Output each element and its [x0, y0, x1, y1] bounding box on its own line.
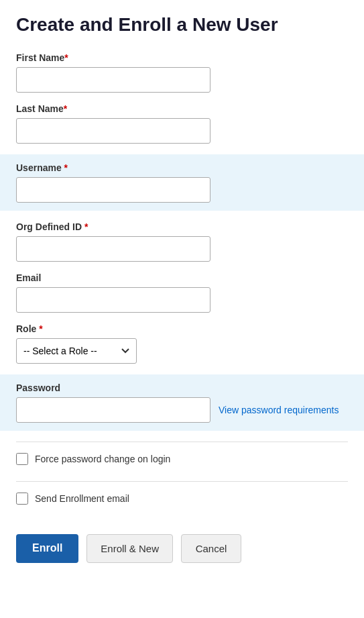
- first-name-label: First Name*: [16, 52, 348, 63]
- password-row: View password requirements: [16, 397, 348, 423]
- first-name-group: First Name*: [16, 52, 348, 93]
- username-section: Username *: [0, 154, 364, 211]
- password-group: Password View password requirements: [16, 382, 348, 423]
- username-input[interactable]: [16, 177, 210, 203]
- send-enrollment-group: Send Enrollment email: [16, 487, 348, 510]
- role-label: Role *: [16, 323, 348, 334]
- email-group: Email: [16, 272, 348, 313]
- username-label: Username *: [16, 162, 348, 173]
- force-password-label[interactable]: Force password change on login: [35, 454, 170, 464]
- page-title: Create and Enroll a New User: [16, 13, 348, 36]
- password-label: Password: [16, 382, 348, 393]
- password-section: Password View password requirements: [0, 374, 364, 431]
- enroll-new-button[interactable]: Enroll & New: [86, 534, 173, 563]
- cancel-button[interactable]: Cancel: [181, 534, 241, 563]
- last-name-group: Last Name*: [16, 103, 348, 144]
- send-enrollment-checkbox[interactable]: [16, 493, 28, 505]
- enroll-button[interactable]: Enroll: [16, 534, 78, 563]
- org-defined-id-label: Org Defined ID *: [16, 221, 348, 232]
- force-password-group: Force password change on login: [16, 448, 348, 470]
- force-password-checkbox[interactable]: [16, 453, 28, 465]
- email-label: Email: [16, 272, 348, 283]
- last-name-input[interactable]: [16, 118, 210, 144]
- button-row: Enroll Enroll & New Cancel: [16, 523, 348, 563]
- email-input[interactable]: [16, 287, 210, 313]
- divider-2: [16, 481, 348, 482]
- divider-1: [16, 442, 348, 442]
- org-defined-id-group: Org Defined ID *: [16, 221, 348, 262]
- username-group: Username *: [16, 162, 348, 203]
- org-defined-id-input[interactable]: [16, 236, 210, 262]
- send-enrollment-label[interactable]: Send Enrollment email: [35, 493, 129, 504]
- last-name-label: Last Name*: [16, 103, 348, 114]
- view-password-link[interactable]: View password requirements: [219, 405, 339, 415]
- role-select[interactable]: -- Select a Role --: [16, 338, 137, 364]
- password-input[interactable]: [16, 397, 210, 423]
- role-group: Role * -- Select a Role --: [16, 323, 348, 364]
- first-name-input[interactable]: [16, 67, 210, 93]
